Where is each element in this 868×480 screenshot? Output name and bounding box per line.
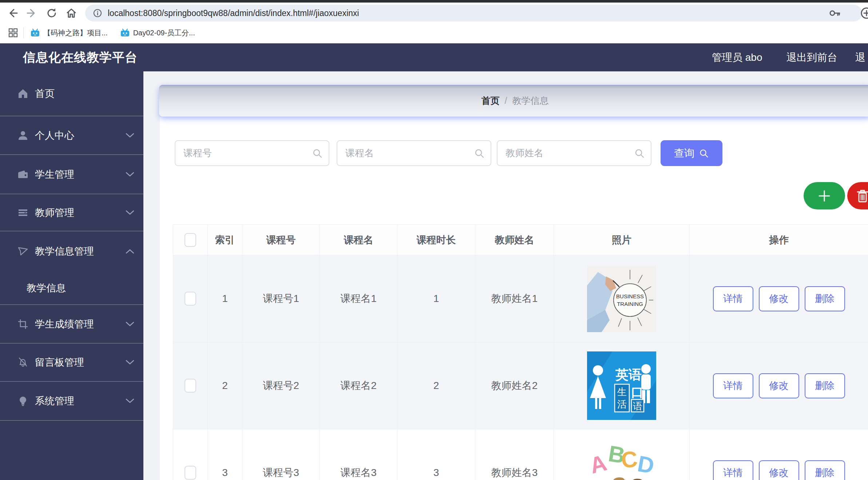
row-checkbox[interactable] [185,292,196,306]
bookmark-label: Day02-09-员工分... [133,28,195,38]
table-header-row: 索引 课程号 课程名 课程时长 教师姓名 照片 操作 [173,225,868,255]
detail-button[interactable]: 详情 [713,460,753,480]
password-key-icon[interactable] [829,7,841,20]
sidebar-item-teaching-info-management[interactable]: 教学信息管理 [0,231,143,271]
breadcrumb-current: 教学信息 [512,95,548,107]
chevron-down-icon [125,133,135,138]
bell-off-icon [17,357,29,368]
app-title: 信息化在线教学平台 [23,49,138,66]
home-icon[interactable] [64,6,79,20]
delete-button[interactable]: 删除 [805,373,845,398]
breadcrumb-home[interactable]: 首页 [481,95,500,107]
chevron-down-icon [125,321,135,327]
course-photo-english-speaking: 英语 生 活 口 语 [587,351,656,420]
browser-chrome: localhost:8080/springboot9qw88/admin/dis… [0,0,868,43]
search-icon [474,148,485,159]
svg-text:生: 生 [617,386,627,397]
app-header: 信息化在线教学平台 管理员 abo 退出到前台 退 [0,43,868,71]
select-all-checkbox[interactable] [185,233,196,247]
course-no-input[interactable] [175,141,329,165]
address-bar[interactable]: localhost:8080/springboot9qw88/admin/dis… [85,5,862,21]
chevron-down-icon [125,172,135,177]
window-edge [0,0,868,3]
svg-text:活: 活 [617,399,627,410]
browser-profile-icon[interactable] [859,6,868,22]
sidebar-item-system-management[interactable]: 系统管理 [0,382,143,421]
sidebar-item-message-board-management[interactable]: 留言板管理 [0,343,143,382]
bookmarks-separator [23,27,24,38]
search-icon [699,148,709,158]
list-icon [17,207,29,219]
col-header-actions: 操作 [690,225,868,255]
sidebar-item-label: 系统管理 [35,394,74,408]
browser-toolbar: localhost:8080/springboot9qw88/admin/dis… [0,3,868,24]
cell-course-no: 课程号1 [242,255,320,342]
edit-button[interactable]: 修改 [759,286,799,311]
screen: localhost:8080/springboot9qw88/admin/dis… [0,0,868,480]
course-name-input[interactable] [337,141,491,165]
teacher-name-input[interactable] [498,141,651,165]
chevron-down-icon [125,359,135,365]
search-icon [634,148,645,159]
chevron-up-icon [125,248,135,254]
row-checkbox[interactable] [185,466,196,480]
col-header-course-name: 课程名 [320,225,397,255]
sidebar-item-personal-center[interactable]: 个人中心 [0,116,143,155]
back-icon[interactable] [5,6,20,20]
chevron-down-icon [125,398,135,404]
sidebar-item-student-management[interactable]: 学生管理 [0,155,143,194]
edit-button[interactable]: 修改 [759,373,799,398]
logout-link-partial[interactable]: 退 [855,51,865,64]
wallet-icon [17,169,29,180]
cell-course-name: 课程名3 [320,429,397,480]
forward-icon[interactable] [25,6,39,20]
bilibili-icon [120,28,130,37]
detail-button[interactable]: 详情 [713,373,753,398]
sidebar-item-teacher-management[interactable]: 教师管理 [0,194,143,231]
delete-button[interactable]: 删除 [805,286,845,311]
teacher-name-field[interactable] [497,140,651,166]
col-header-duration: 课程时长 [397,225,475,255]
bookmark-item[interactable]: 【码神之路】项目... [30,28,108,38]
cell-teacher: 教师姓名2 [475,342,554,429]
search-icon [312,148,323,159]
url-text: localhost:8080/springboot9qw88/admin/dis… [108,8,359,18]
course-name-field[interactable] [337,140,491,166]
sidebar-item-label: 留言板管理 [35,356,84,369]
svg-text:口: 口 [631,385,643,399]
col-header-teacher: 教师姓名 [475,225,554,255]
search-button[interactable]: 查询 [661,140,722,166]
sidebar-item-label: 个人中心 [35,129,74,142]
delete-button[interactable]: 删除 [805,460,845,480]
bookmark-item[interactable]: Day02-09-员工分... [120,28,195,38]
sidebar-item-grade-management[interactable]: 学生成绩管理 [0,305,143,343]
sidebar-item-label: 学生管理 [35,168,74,181]
row-checkbox[interactable] [185,379,196,393]
add-button[interactable] [804,182,845,209]
course-no-field[interactable] [175,140,329,166]
svg-text:TRAINING: TRAINING [617,301,643,307]
site-info-icon[interactable] [92,8,103,18]
send-icon [17,245,29,257]
search-button-label: 查询 [674,146,694,160]
lightbulb-icon [17,395,29,407]
svg-text:语: 语 [633,401,642,412]
breadcrumb-separator: / [505,95,507,106]
bilibili-icon [30,28,40,37]
sidebar-item-home[interactable]: 首页 [0,71,143,116]
edit-button[interactable]: 修改 [759,460,799,480]
exit-to-front-link[interactable]: 退出到前台 [786,51,837,64]
sidebar-item-label: 首页 [35,87,55,100]
table-row: 1 课程号1 课程名1 1 教师姓名1 BUSINESS TRAINING [173,255,868,342]
bookmarks-bar: 【码神之路】项目... Day02-09-员工分... [0,24,868,42]
sidebar-subitem-teaching-info[interactable]: 教学信息 [0,271,143,305]
home-icon [17,88,29,99]
detail-button[interactable]: 详情 [713,286,753,311]
cell-course-no: 课程号3 [242,429,320,480]
current-user-label: 管理员 abo [712,51,762,64]
col-header-index: 索引 [208,225,242,255]
refresh-icon[interactable] [44,6,59,20]
apps-grid-icon[interactable] [8,28,18,38]
breadcrumb: 首页 / 教学信息 [159,85,868,117]
col-header-course-no: 课程号 [242,225,320,255]
